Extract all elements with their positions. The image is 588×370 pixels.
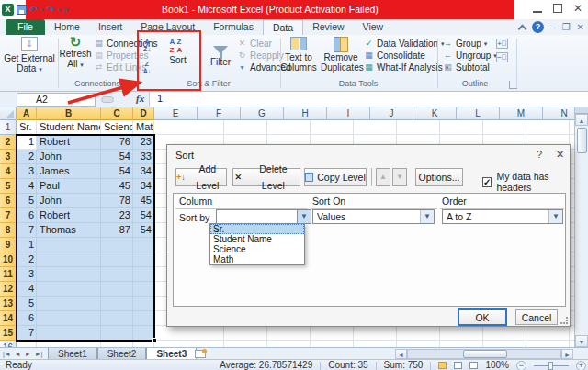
zoom-slider-thumb[interactable]: [548, 362, 553, 370]
refresh-all-button[interactable]: ↻ Refresh All ▾: [59, 37, 92, 70]
column-header-E[interactable]: E: [154, 107, 198, 120]
cell-A12[interactable]: 4: [17, 282, 37, 297]
row-header-6[interactable]: 6: [0, 194, 17, 208]
tab-file[interactable]: File: [6, 19, 45, 35]
zoom-out-icon[interactable]: −: [516, 361, 526, 370]
combo-dropdown-icon[interactable]: ▼: [420, 210, 434, 223]
formula-input[interactable]: 1: [149, 92, 588, 107]
cell-D11[interactable]: [133, 267, 154, 282]
collapse-ribbon-icon[interactable]: [518, 24, 527, 33]
ok-button[interactable]: OK: [458, 309, 506, 325]
column-header-K[interactable]: K: [413, 107, 457, 120]
cell-A1[interactable]: Sr.: [17, 120, 37, 135]
column-header-J[interactable]: J: [370, 107, 413, 120]
column-header-H[interactable]: H: [284, 107, 327, 120]
zoom-level[interactable]: 100%: [485, 360, 509, 370]
cell-B14[interactable]: [37, 311, 101, 326]
delete-level-button[interactable]: Delete Level: [232, 168, 300, 186]
cell-D8[interactable]: 54: [133, 223, 154, 238]
cell-C10[interactable]: [101, 252, 133, 267]
row-header-9[interactable]: 9: [0, 238, 17, 252]
zoom-in-icon[interactable]: +: [576, 361, 586, 370]
cell-B11[interactable]: [37, 267, 101, 282]
options-button[interactable]: Options...: [415, 168, 463, 186]
cell-A11[interactable]: 3: [17, 267, 37, 282]
sort-on-combobox[interactable]: Values▼: [312, 209, 435, 224]
qat-customize-icon[interactable]: |▾: [63, 6, 68, 14]
cell-B6[interactable]: John: [37, 194, 101, 208]
vertical-scrollbar[interactable]: ▲ ▼: [574, 107, 588, 347]
page-layout-view-icon[interactable]: [454, 362, 462, 369]
excel-logo-icon[interactable]: X: [2, 4, 14, 16]
column-header-B[interactable]: B: [37, 107, 101, 120]
cell-B9[interactable]: [37, 238, 101, 252]
cell-A7[interactable]: 6: [17, 208, 37, 223]
horizontal-scroll-track[interactable]: [407, 349, 561, 359]
cell-A10[interactable]: 2: [17, 252, 37, 267]
cell-C5[interactable]: 45: [101, 179, 133, 194]
order-combobox[interactable]: A to Z▼: [442, 209, 563, 224]
split-handle[interactable]: [575, 107, 588, 114]
cell-B1[interactable]: Student Name: [37, 120, 101, 135]
scroll-down-icon[interactable]: ▼: [575, 335, 588, 347]
close-icon[interactable]: ✕: [573, 3, 582, 14]
row-header-2[interactable]: 2: [0, 135, 17, 150]
row-header-4[interactable]: 4: [0, 164, 17, 179]
cell-B3[interactable]: John: [37, 150, 101, 164]
ribbon-item-group[interactable]: Group▾: [443, 38, 497, 50]
copy-level-button[interactable]: Copy Level: [304, 168, 367, 186]
cell-D4[interactable]: 34: [133, 164, 154, 179]
cell-B13[interactable]: [37, 297, 101, 311]
row-header-15[interactable]: 15: [0, 326, 17, 341]
cell-C1[interactable]: Science: [101, 120, 133, 135]
last-sheet-icon[interactable]: ►|: [35, 349, 43, 359]
column-header-L[interactable]: L: [457, 107, 500, 120]
cell-A3[interactable]: 2: [17, 150, 37, 164]
undo-icon[interactable]: [29, 4, 38, 16]
scroll-up-icon[interactable]: ▲: [575, 114, 588, 126]
tab-home[interactable]: Home: [45, 19, 89, 35]
page-break-view-icon[interactable]: [469, 362, 478, 369]
undo-dropdown-icon[interactable]: ▾: [40, 6, 44, 14]
hide-detail-icon[interactable]: −⃒: [496, 52, 508, 62]
cell-D6[interactable]: 45: [133, 194, 154, 208]
dropdown-item-sr-[interactable]: Sr.: [210, 224, 304, 234]
column-header-M[interactable]: M: [500, 107, 543, 120]
cell-B10[interactable]: [37, 252, 101, 267]
column-header-N[interactable]: N: [543, 107, 574, 120]
cell-D9[interactable]: [133, 238, 154, 252]
row-header-8[interactable]: 8: [0, 223, 17, 238]
cell-C6[interactable]: 78: [101, 194, 133, 208]
ribbon-item-data-validation[interactable]: Data Validation▾: [364, 38, 448, 50]
dropdown-item-math[interactable]: Math: [210, 254, 304, 264]
column-header-I[interactable]: I: [327, 107, 370, 120]
row-header-12[interactable]: 12: [0, 282, 17, 297]
select-all-corner[interactable]: [0, 107, 17, 120]
row-header-5[interactable]: 5: [0, 179, 17, 194]
combo-dropdown-icon[interactable]: ▼: [548, 210, 562, 223]
column-header-F[interactable]: F: [198, 107, 241, 120]
first-sheet-icon[interactable]: |◄: [3, 349, 11, 359]
save-icon[interactable]: [17, 5, 27, 15]
fill-handle[interactable]: [152, 338, 157, 343]
dropdown-item-student-name[interactable]: Student Name: [210, 234, 304, 244]
cell-B7[interactable]: Robert: [37, 208, 101, 223]
row-header-11[interactable]: 11: [0, 267, 17, 282]
help-icon[interactable]: ?: [532, 21, 544, 33]
remove-duplicates-button[interactable]: Remove Duplicates: [321, 37, 361, 73]
cell-A15[interactable]: 7: [17, 326, 37, 341]
cell-A6[interactable]: 5: [17, 194, 37, 208]
show-detail-icon[interactable]: +⃒: [496, 39, 508, 49]
cell-C2[interactable]: 76: [101, 135, 133, 150]
row-header-3[interactable]: 3: [0, 150, 17, 164]
maximize-icon[interactable]: [553, 4, 562, 13]
filter-button[interactable]: Filter: [206, 38, 235, 67]
cell-D2[interactable]: 23: [133, 135, 154, 150]
scroll-left-icon[interactable]: ◄: [395, 349, 407, 359]
name-box-dropdown-icon[interactable]: ▾: [85, 95, 88, 102]
insert-worksheet-icon[interactable]: [195, 350, 206, 358]
row-header-7[interactable]: 7: [0, 208, 17, 223]
cell-A13[interactable]: 5: [17, 297, 37, 311]
column-header-A[interactable]: A: [17, 107, 37, 120]
cell-D13[interactable]: [133, 297, 154, 311]
